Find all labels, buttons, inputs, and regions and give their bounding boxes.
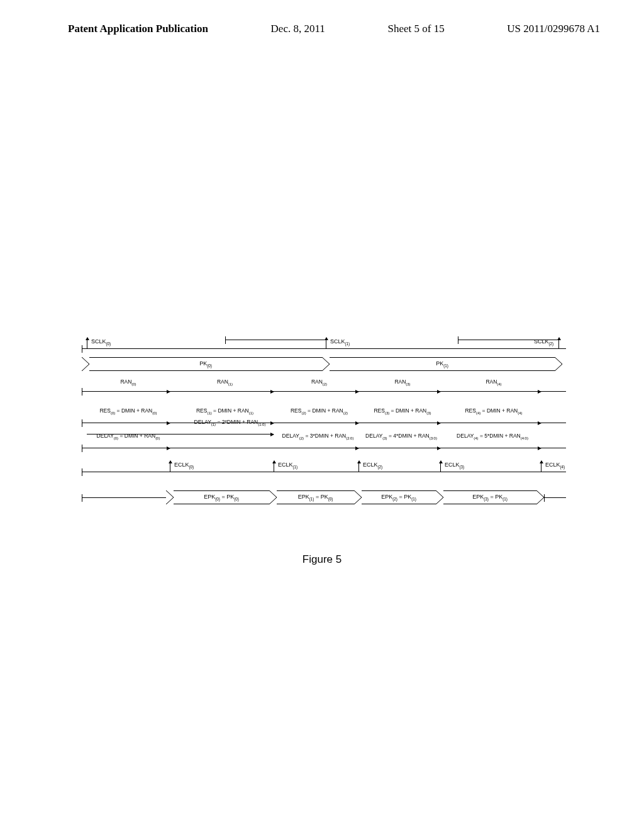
res-row: RES(0) = DMIN + RAN(0) RES(1) = DMIN + R… bbox=[82, 409, 566, 428]
eclk-label-1: ECLK(1) bbox=[278, 462, 297, 469]
epk-row: EPK(0) = PK(0) EPK(1) = PK(0) EPK(2) = P… bbox=[82, 490, 566, 504]
res-span-3: RES(3) = DMIN + RAN(3) bbox=[365, 423, 440, 423]
epk-label-3: EPK(3) = PK(1) bbox=[472, 494, 508, 501]
header-pubno: US 2011/0299678 A1 bbox=[507, 23, 600, 35]
page: Patent Application Publication Dec. 8, 2… bbox=[0, 0, 644, 830]
eclk-tick-1: ECLK(1) bbox=[274, 463, 274, 472]
res-span-2: RES(2) = DMIN + RAN(2) bbox=[280, 423, 358, 423]
sclk-label-0: SCLK(0) bbox=[91, 338, 111, 346]
delay-label-4: DELAY(4) = 5*DMIN + RAN(4:0) bbox=[445, 433, 540, 440]
sclk-tick-1: SCLK(1) bbox=[326, 340, 326, 348]
res-span-4: RES(4) = DMIN + RAN(4) bbox=[447, 423, 541, 423]
pk-wedge-1 bbox=[322, 357, 330, 371]
delay-span-4: DELAY(4) = 5*DMIN + RAN(4:0) bbox=[87, 448, 541, 448]
sclk-tick-0: SCLK(0) bbox=[87, 340, 87, 348]
epk-label-1: EPK(1) = PK(0) bbox=[298, 494, 333, 501]
epk-label-0: EPK(0) = PK(0) bbox=[204, 494, 239, 501]
res-label-1: RES(1) = DMIN + RAN(1) bbox=[176, 408, 274, 415]
header-date: Dec. 8, 2011 bbox=[271, 23, 325, 35]
epk-wedge-4 bbox=[536, 490, 544, 504]
sclk-baseline bbox=[82, 348, 566, 349]
epk-seg-2: EPK(2) = PK(1) bbox=[362, 490, 436, 504]
res-label-0: RES(0) = DMIN + RAN(0) bbox=[87, 408, 170, 415]
epk-wedge-0 bbox=[166, 490, 174, 504]
sclk-tick-2: SCLK(2) bbox=[558, 340, 559, 348]
delay-label-3: DELAY(3) = 4*DMIN + RAN(3:0) bbox=[364, 433, 439, 440]
figure-caption: Figure 5 bbox=[0, 553, 644, 566]
epk-seg-3: EPK(3) = PK(1) bbox=[443, 490, 536, 504]
eclk-tick-4: ECLK(4) bbox=[541, 463, 541, 472]
eclk-tick-0: ECLK(0) bbox=[170, 463, 170, 472]
pk-wedge-0 bbox=[82, 357, 89, 371]
eclk-tick-2: ECLK(2) bbox=[358, 463, 359, 472]
ran-label-4: RAN(4) bbox=[447, 379, 541, 386]
delay-label-2: DELAY(2) = 3*DMIN + RAN(2:0) bbox=[279, 433, 357, 440]
eclk-label-2: ECLK(2) bbox=[363, 462, 382, 469]
header-title: Patent Application Publication bbox=[68, 23, 208, 35]
ran-span-2: RAN(2) bbox=[280, 391, 358, 392]
page-header: Patent Application Publication Dec. 8, 2… bbox=[0, 0, 644, 35]
ran-row: RAN(0) RAN(1) RAN(2) RAN(3) RAN(4) bbox=[82, 377, 566, 396]
eclk-baseline bbox=[82, 472, 566, 472]
ran-label-0: RAN(0) bbox=[87, 379, 170, 386]
epk-wedge-1 bbox=[269, 490, 277, 504]
epk-wedge-2 bbox=[354, 490, 362, 504]
epk-tail bbox=[544, 497, 566, 498]
header-sheet: Sheet 5 of 15 bbox=[387, 23, 444, 35]
res-label-2: RES(2) = DMIN + RAN(2) bbox=[280, 408, 358, 415]
ran-label-3: RAN(3) bbox=[365, 379, 440, 386]
ran-label-2: RAN(2) bbox=[280, 379, 358, 386]
figure: SCLK(0) SCLK(1) SCLK(2) PK(0) PK(1) bbox=[82, 340, 566, 534]
epk-seg-0: EPK(0) = PK(0) bbox=[174, 490, 269, 504]
pk-row: PK(0) PK(1) bbox=[82, 357, 566, 371]
res-label-3: RES(3) = DMIN + RAN(3) bbox=[365, 408, 440, 415]
delay-span-1: DELAY(1) = 2*DMIN + RAN(1:0) bbox=[87, 434, 274, 434]
ran-span-3: RAN(3) bbox=[365, 391, 440, 392]
epk-seg-1: EPK(1) = PK(0) bbox=[277, 490, 354, 504]
ran-span-4: RAN(4) bbox=[447, 391, 541, 392]
sclk-label-1: SCLK(1) bbox=[330, 338, 350, 346]
eclk-label-3: ECLK(3) bbox=[445, 462, 464, 469]
eclk-label-4: ECLK(4) bbox=[545, 462, 565, 469]
delay-row: DELAY(0) = DMIN + RAN(0) DELAY(1) = 2*DM… bbox=[82, 434, 566, 453]
eclk-label-0: ECLK(0) bbox=[174, 462, 194, 469]
res-label-4: RES(4) = DMIN + RAN(4) bbox=[447, 408, 541, 415]
pk-seg-1: PK(1) bbox=[330, 357, 555, 371]
timing-diagram: SCLK(0) SCLK(1) SCLK(2) PK(0) PK(1) bbox=[82, 340, 566, 534]
pk-label-0: PK(0) bbox=[199, 360, 212, 368]
res-span-0: RES(0) = DMIN + RAN(0) bbox=[87, 423, 170, 423]
sclk-high-0 bbox=[225, 340, 326, 340]
ran-label-1: RAN(1) bbox=[176, 379, 274, 386]
pk-wedge-2 bbox=[555, 357, 562, 371]
eclk-tick-3: ECLK(3) bbox=[440, 463, 441, 472]
ran-span-1: RAN(1) bbox=[176, 391, 274, 392]
epk-label-2: EPK(2) = PK(1) bbox=[381, 494, 416, 501]
sclk-high-1 bbox=[458, 340, 558, 340]
epk-wedge-3 bbox=[436, 490, 443, 504]
pk-label-1: PK(1) bbox=[436, 360, 448, 368]
delay-label-1: DELAY(1) = 2*DMIN + RAN(1:0) bbox=[181, 419, 279, 426]
ran-span-0: RAN(0) bbox=[87, 391, 170, 392]
epk-lead bbox=[82, 497, 166, 498]
pk-seg-0: PK(0) bbox=[89, 357, 322, 371]
